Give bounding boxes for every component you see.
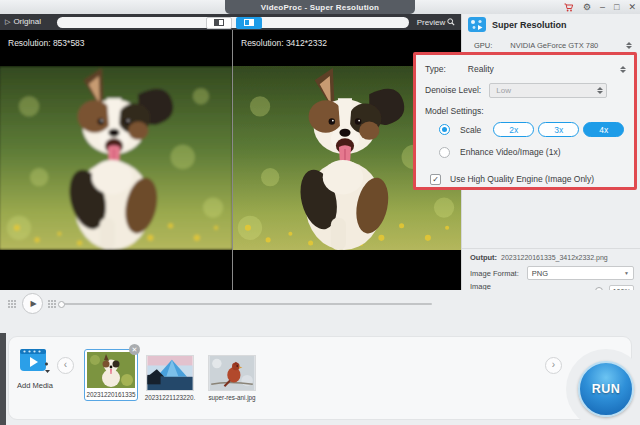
thumbnail-close-icon[interactable]: ✕ — [129, 344, 140, 355]
split-view-toggle[interactable] — [236, 17, 262, 29]
comparison-preview: Resolution: 853*583 Resolution: 3412*233… — [0, 30, 461, 290]
run-button[interactable]: RUN — [578, 361, 634, 417]
media-item-label: 20231220161335 — [85, 391, 137, 398]
gpu-select[interactable]: NVIDIA GeForce GTX 780 — [510, 41, 598, 50]
progress-strip — [57, 17, 409, 28]
scale-3x-button[interactable]: 3x — [538, 122, 579, 137]
chevron-updown-icon[interactable] — [619, 65, 626, 74]
split-square-icon — [244, 19, 254, 26]
type-label: Type: — [425, 64, 446, 74]
side-by-side-view-toggle[interactable] — [206, 17, 232, 29]
film-icon — [468, 17, 486, 32]
hq-engine-checkbox[interactable]: ✓ — [430, 174, 441, 185]
magnifier-icon — [447, 18, 455, 26]
denoise-label: Denoise Level: — [425, 85, 481, 95]
chevron-updown-icon[interactable] — [625, 41, 632, 50]
play-outline-icon: ▷ — [5, 18, 10, 26]
window-edge — [0, 333, 6, 425]
gear-icon[interactable]: ⚙ — [583, 3, 591, 12]
add-media-button[interactable]: Add Media — [14, 348, 56, 390]
enhance-label: Enhance Video/Image (1x) — [460, 147, 561, 157]
add-media-icon — [19, 348, 51, 374]
pane-divider — [232, 30, 233, 290]
chevron-updown-icon — [596, 86, 603, 95]
original-pane[interactable]: Resolution: 853*583 — [0, 30, 232, 290]
media-item-label: 20231221123220. — [138, 394, 202, 401]
split-square-icon — [214, 19, 224, 26]
seek-track — [64, 303, 432, 305]
media-item-label: super-res-ani.jpg — [200, 394, 264, 401]
check-icon: ✓ — [432, 175, 439, 184]
scale-label: Scale — [460, 125, 481, 135]
seek-handle[interactable] — [58, 301, 65, 308]
type-select[interactable]: Reality — [468, 64, 494, 74]
media-item-selected[interactable]: 20231220161335 — [84, 349, 138, 401]
original-resolution: Resolution: 853*583 — [8, 38, 85, 48]
cart-icon[interactable] — [564, 3, 574, 12]
model-settings-label: Model Settings: — [425, 106, 484, 116]
denoise-select[interactable]: Low — [489, 83, 607, 98]
scroll-left-button[interactable]: ‹ — [57, 357, 74, 374]
scale-radio[interactable] — [439, 124, 450, 135]
enhance-radio[interactable] — [439, 147, 450, 158]
settings-card: Type: Reality Denoise Level: Low Model S… — [413, 52, 637, 190]
hq-engine-label: Use High Quality Engine (Image Only) — [450, 174, 594, 184]
panel-title: Super Resolution — [492, 20, 567, 30]
maximize-button[interactable]: □ — [614, 3, 619, 12]
window-title: VideoProc - Super Resolution — [225, 0, 415, 14]
play-icon: ▶ — [30, 299, 36, 308]
enhanced-resolution: Resolution: 3412*2332 — [241, 38, 327, 48]
original-label: ▷ Original — [5, 17, 41, 26]
seek-slider[interactable] — [58, 301, 432, 307]
thumbnail-dog — [87, 352, 135, 388]
next-frame-icon[interactable] — [48, 300, 56, 308]
scale-4x-button[interactable]: 4x — [583, 122, 624, 137]
minimize-button[interactable]: – — [600, 3, 605, 12]
prev-frame-icon[interactable] — [8, 300, 16, 308]
output-label: Output: — [470, 253, 497, 262]
image-format-label: Image Format: — [470, 269, 519, 278]
divider — [462, 248, 640, 249]
preview-button[interactable]: Preview — [411, 14, 461, 30]
gpu-label: GPU: — [474, 41, 492, 50]
scale-2x-button[interactable]: 2x — [493, 122, 534, 137]
image-format-select[interactable]: PNG ▼ — [527, 266, 634, 280]
chevron-right-icon: › — [552, 360, 555, 370]
thumbnail-bird — [209, 356, 255, 390]
play-button[interactable]: ▶ — [22, 293, 43, 314]
media-item[interactable] — [208, 355, 256, 391]
dropdown-arrow-icon: ▼ — [624, 270, 629, 276]
media-item[interactable] — [146, 355, 194, 391]
output-filename: 20231220161335_3412x2332.png — [501, 254, 608, 261]
chevron-left-icon: ‹ — [64, 360, 67, 370]
scroll-right-button[interactable]: › — [545, 357, 562, 374]
thumbnail-iceberg — [147, 356, 193, 390]
preview-image-original — [0, 66, 232, 250]
titlebar: VideoProc - Super Resolution ⚙ – □ ✕ — [0, 0, 640, 14]
close-button[interactable]: ✕ — [628, 3, 636, 12]
